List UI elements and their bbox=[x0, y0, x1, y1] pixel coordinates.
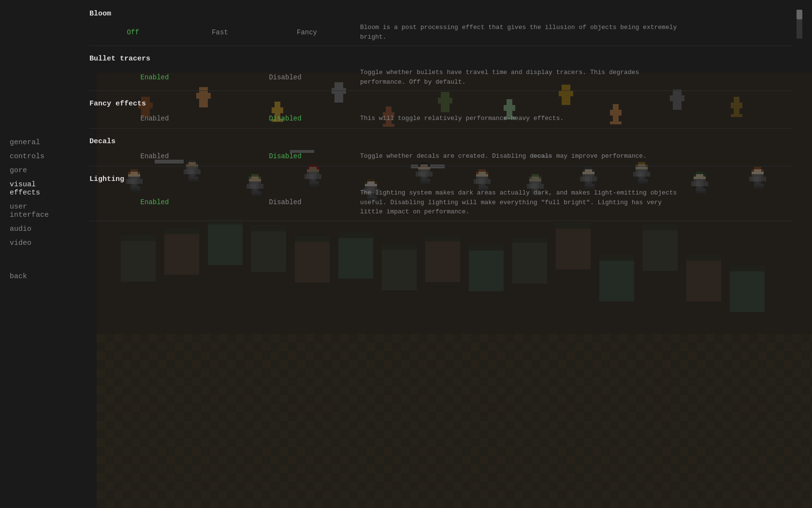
option-decals-enabled[interactable]: Enabled bbox=[89, 150, 220, 162]
sidebar-item-video[interactable]: video bbox=[10, 236, 70, 250]
setting-desc-decals: Toggle whether decals are created. Disab… bbox=[350, 151, 679, 161]
setting-options-bullet-tracers: EnabledDisabled bbox=[89, 72, 350, 83]
setting-title-bullet-tracers: Bullet tracers bbox=[89, 55, 793, 63]
setting-title-fancy-effects: Fancy effects bbox=[89, 100, 793, 108]
sidebar-item-visual-effects[interactable]: visual effects bbox=[10, 178, 70, 200]
sidebar-back-button[interactable]: back bbox=[10, 269, 70, 284]
main-content: BloomOffFastFancyBloom is a post process… bbox=[70, 0, 812, 508]
setting-row-bloom: OffFastFancyBloom is a post processing e… bbox=[89, 23, 793, 42]
setting-block-decals: DecalsEnabledDisabledToggle whether deca… bbox=[89, 137, 793, 166]
option-lighting-enabled[interactable]: Enabled bbox=[89, 196, 220, 208]
setting-title-lighting: Lighting bbox=[89, 175, 793, 183]
setting-title-decals: Decals bbox=[89, 137, 793, 146]
scroll-thumb bbox=[797, 10, 802, 19]
setting-row-decals: EnabledDisabledToggle whether decals are… bbox=[89, 150, 793, 162]
sidebar-item-audio[interactable]: audio bbox=[10, 222, 70, 236]
option-bloom-fancy[interactable]: Fancy bbox=[263, 27, 350, 38]
setting-desc-lighting: The lighting system makes dark areas act… bbox=[350, 188, 679, 217]
setting-row-bullet-tracers: EnabledDisabledToggle whether bullets ha… bbox=[89, 68, 793, 87]
setting-block-bullet-tracers: Bullet tracersEnabledDisabledToggle whet… bbox=[89, 55, 793, 91]
option-bloom-fast[interactable]: Fast bbox=[176, 27, 263, 38]
setting-options-fancy-effects: EnabledDisabled bbox=[89, 113, 350, 124]
setting-options-decals: EnabledDisabled bbox=[89, 150, 350, 162]
setting-row-lighting: EnabledDisabledThe lighting system makes… bbox=[89, 188, 793, 217]
setting-options-bloom: OffFastFancy bbox=[89, 27, 350, 38]
sidebar-item-user-interface[interactable]: user interface bbox=[10, 200, 70, 222]
option-bullet-tracers-disabled[interactable]: Disabled bbox=[220, 72, 350, 83]
setting-desc-bloom: Bloom is a post processing effect that g… bbox=[350, 23, 679, 42]
setting-block-bloom: BloomOffFastFancyBloom is a post process… bbox=[89, 10, 793, 46]
setting-title-bloom: Bloom bbox=[89, 10, 793, 18]
setting-options-lighting: EnabledDisabled bbox=[89, 196, 350, 208]
setting-desc-fancy-effects: This will toggle relatively performance-… bbox=[350, 114, 679, 123]
option-bullet-tracers-enabled[interactable]: Enabled bbox=[89, 72, 220, 83]
sidebar: generalcontrolsgorevisual effectsuser in… bbox=[0, 135, 70, 284]
setting-row-fancy-effects: EnabledDisabledThis will toggle relative… bbox=[89, 113, 793, 124]
setting-block-fancy-effects: Fancy effectsEnabledDisabledThis will to… bbox=[89, 100, 793, 129]
option-fancy-effects-disabled[interactable]: Disabled bbox=[220, 113, 350, 124]
option-decals-disabled[interactable]: Disabled bbox=[220, 150, 350, 162]
scroll-indicator[interactable] bbox=[797, 10, 802, 39]
option-bloom-off[interactable]: Off bbox=[89, 27, 176, 38]
sidebar-item-gore[interactable]: gore bbox=[10, 164, 70, 178]
setting-desc-bullet-tracers: Toggle whether bullets have travel time … bbox=[350, 68, 679, 87]
option-fancy-effects-enabled[interactable]: Enabled bbox=[89, 113, 220, 124]
sidebar-item-general[interactable]: general bbox=[10, 135, 70, 149]
setting-block-lighting: LightingEnabledDisabledThe lighting syst… bbox=[89, 175, 793, 221]
sidebar-item-controls[interactable]: controls bbox=[10, 149, 70, 164]
option-lighting-disabled[interactable]: Disabled bbox=[220, 196, 350, 208]
